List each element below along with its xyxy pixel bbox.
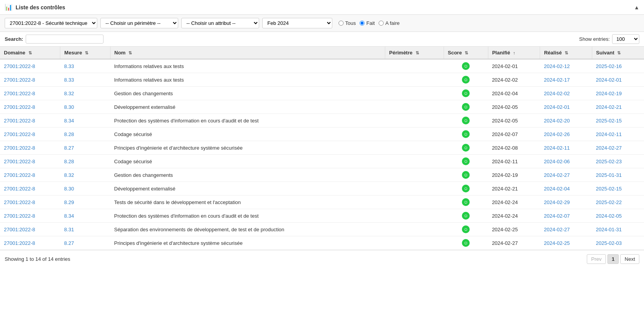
col-nom[interactable]: Nom ⇅ [110, 47, 385, 59]
search-label: Search: [5, 36, 23, 42]
cell-mesure[interactable]: 8.34 [60, 209, 110, 223]
cell-mesure[interactable]: 8.28 [60, 127, 110, 141]
cell-realise[interactable]: 2024-02-27 [540, 223, 592, 236]
cell-suivant[interactable]: 2024-02-01 [592, 73, 644, 87]
col-realise[interactable]: Réalisé ⇅ [540, 47, 592, 59]
cell-domaine[interactable]: 27001:2022-8 [0, 155, 60, 168]
cell-suivant[interactable]: 2025-02-15 [592, 114, 644, 127]
cell-realise[interactable]: 2024-02-29 [540, 196, 592, 209]
cell-score: ☺ [444, 127, 488, 141]
cell-suivant[interactable]: 2024-02-27 [592, 141, 644, 155]
cell-domaine[interactable]: 27001:2022-8 [0, 236, 60, 250]
cell-realise[interactable]: 2024-02-02 [540, 87, 592, 100]
cell-mesure[interactable]: 8.32 [60, 87, 110, 100]
entries-select[interactable]: 100 10 25 50 [612, 34, 639, 44]
cell-nom: Développement externalisé [110, 100, 385, 114]
cell-mesure[interactable]: 8.33 [60, 73, 110, 87]
cell-score: ☺ [444, 114, 488, 127]
cell-suivant[interactable]: 2024-02-05 [592, 209, 644, 223]
cell-realise[interactable]: 2024-02-25 [540, 236, 592, 250]
cell-domaine[interactable]: 27001:2022-8 [0, 223, 60, 236]
cell-realise[interactable]: 2024-02-17 [540, 73, 592, 87]
cell-nom: Gestion des changements [110, 87, 385, 100]
cell-domaine[interactable]: 27001:2022-8 [0, 73, 60, 87]
cell-domaine[interactable]: 27001:2022-8 [0, 114, 60, 127]
cell-perimetre [385, 141, 444, 155]
cell-planifie: 2024-02-07 [488, 127, 540, 141]
cell-mesure[interactable]: 8.28 [60, 155, 110, 168]
cell-realise[interactable]: 2024-02-11 [540, 141, 592, 155]
cell-perimetre [385, 73, 444, 87]
cell-suivant[interactable]: 2024-02-11 [592, 127, 644, 141]
cell-mesure[interactable]: 8.27 [60, 141, 110, 155]
radio-afaire[interactable]: A faire [379, 20, 400, 26]
cell-mesure[interactable]: 8.30 [60, 182, 110, 196]
cell-domaine[interactable]: 27001:2022-8 [0, 196, 60, 209]
cell-domaine[interactable]: 27001:2022-8 [0, 209, 60, 223]
date-select[interactable]: Feb 2024 [262, 18, 332, 28]
cell-suivant[interactable]: 2024-02-19 [592, 87, 644, 100]
cell-suivant[interactable]: 2025-02-03 [592, 236, 644, 250]
cell-realise[interactable]: 2024-02-12 [540, 59, 592, 73]
table-row: 27001:2022-88.27Principes d'ingénierie e… [0, 141, 644, 155]
col-perimetre[interactable]: Périmètre ⇅ [385, 47, 444, 59]
cell-mesure[interactable]: 8.32 [60, 168, 110, 182]
cell-realise[interactable]: 2024-02-01 [540, 100, 592, 114]
col-score[interactable]: Score ⇅ [444, 47, 488, 59]
cell-suivant[interactable]: 2025-02-15 [592, 182, 644, 196]
cell-realise[interactable]: 2024-02-26 [540, 127, 592, 141]
cell-realise[interactable]: 2024-02-20 [540, 114, 592, 127]
cell-suivant[interactable]: 2025-02-22 [592, 196, 644, 209]
radio-fait[interactable]: Fait [360, 20, 375, 26]
attribute-select[interactable]: -- Choisir un attribut -- [181, 18, 259, 28]
cell-suivant[interactable]: 2024-01-31 [592, 223, 644, 236]
cell-mesure[interactable]: 8.31 [60, 223, 110, 236]
cell-mesure[interactable]: 8.34 [60, 114, 110, 127]
cell-realise[interactable]: 2024-02-04 [540, 182, 592, 196]
cell-domaine[interactable]: 27001:2022-8 [0, 127, 60, 141]
cell-score: ☺ [444, 100, 488, 114]
sort-score-icon: ⇅ [465, 51, 468, 55]
cell-mesure[interactable]: 8.29 [60, 196, 110, 209]
cell-suivant[interactable]: 2025-01-31 [592, 168, 644, 182]
cell-suivant[interactable]: 2025-02-23 [592, 155, 644, 168]
next-button[interactable]: Next [620, 254, 639, 264]
perimeter-select[interactable]: -- Choisir un périmètre -- [100, 18, 178, 28]
minimize-button[interactable]: ▲ [634, 4, 639, 10]
cell-domaine[interactable]: 27001:2022-8 [0, 168, 60, 182]
cell-realise[interactable]: 2024-02-27 [540, 168, 592, 182]
radio-tous[interactable]: Tous [339, 20, 356, 26]
prev-button[interactable]: Prev [587, 254, 606, 264]
cell-domaine[interactable]: 27001:2022-8 [0, 59, 60, 73]
cell-suivant[interactable]: 2024-02-21 [592, 100, 644, 114]
cell-realise[interactable]: 2024-02-07 [540, 209, 592, 223]
cell-score: ☺ [444, 141, 488, 155]
cell-domaine[interactable]: 27001:2022-8 [0, 100, 60, 114]
app-title: Liste des contrôles [16, 4, 65, 10]
cell-mesure[interactable]: 8.33 [60, 59, 110, 73]
cell-nom: Séparation des environnements de dévelop… [110, 223, 385, 236]
cell-score: ☺ [444, 168, 488, 182]
cell-planifie: 2024-02-27 [488, 236, 540, 250]
search-input[interactable] [26, 35, 104, 44]
cell-domaine[interactable]: 27001:2022-8 [0, 141, 60, 155]
cell-score: ☺ [444, 223, 488, 236]
cell-suivant[interactable]: 2025-02-16 [592, 59, 644, 73]
cell-domaine[interactable]: 27001:2022-8 [0, 87, 60, 100]
col-mesure[interactable]: Mesure ⇅ [60, 47, 110, 59]
cell-realise[interactable]: 2024-02-06 [540, 155, 592, 168]
col-domaine[interactable]: Domaine ⇅ [0, 47, 60, 59]
cell-domaine[interactable]: 27001:2022-8 [0, 182, 60, 196]
col-suivant[interactable]: Suivant ⇅ [592, 47, 644, 59]
chart-icon: 📊 [5, 3, 12, 11]
domain-select[interactable]: 27001:2022-8 - Sécurité technique [5, 18, 97, 28]
cell-mesure[interactable]: 8.27 [60, 236, 110, 250]
col-planifie[interactable]: Planifié ↑ [488, 47, 540, 59]
cell-mesure[interactable]: 8.30 [60, 100, 110, 114]
table-row: 27001:2022-88.30Développement externalis… [0, 182, 644, 196]
cell-perimetre [385, 114, 444, 127]
cell-perimetre [385, 59, 444, 73]
page-1-button[interactable]: 1 [607, 254, 619, 264]
table-row: 27001:2022-88.32Gestion des changements☺… [0, 87, 644, 100]
cell-planifie: 2024-02-08 [488, 141, 540, 155]
